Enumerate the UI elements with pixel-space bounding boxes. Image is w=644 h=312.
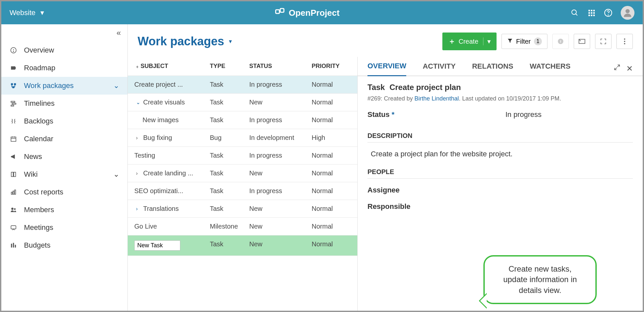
status-value[interactable]: In progress [505,110,542,119]
row-type: Task [210,81,249,88]
svg-rect-37 [11,226,16,229]
sidebar-item-news[interactable]: News [1,148,127,166]
svg-rect-34 [14,190,15,194]
wp-meta: #269: Created by Birthe Lindenthal. Last… [367,95,633,102]
col-status[interactable]: STATUS [249,63,312,70]
brand-text: OpenProject [289,8,340,18]
row-subject: Translations [143,205,179,212]
sidebar-item-wiki[interactable]: Wiki⌄ [1,166,127,183]
col-subject[interactable]: ⬨SUBJECT [128,63,210,70]
sidebar: « OverviewRoadmapWork packages⌄Timelines… [1,24,128,311]
tab-watchers[interactable]: WATCHERS [530,62,570,76]
sidebar-item-members[interactable]: Members [1,201,127,219]
responsible-field[interactable]: Responsible [367,198,633,215]
collapse-icon[interactable]: ⌄ [136,99,141,105]
table-row[interactable]: Create project ... Task In progress Norm… [128,76,357,94]
row-subject: Create project ... [134,81,183,88]
sidebar-item-label: Calendar [24,135,53,143]
svg-point-36 [14,208,16,210]
assignee-field[interactable]: Assignee [367,182,633,198]
row-priority: Normal [312,99,351,106]
svg-point-45 [624,38,625,40]
expand-icon[interactable]: › [136,206,141,212]
table-row[interactable]: ›Translations Task New Normal [128,200,357,218]
row-subject: Bug fixing [143,134,172,142]
user-avatar[interactable] [621,6,634,20]
filter-label: Filter [516,38,531,45]
row-status: New [249,169,312,177]
table-row[interactable]: Task New Normal [128,235,357,256]
main-header: Work packages ▾ ＋ Create ▾ Filter 1 i [128,24,643,57]
row-type: Task [210,240,249,251]
svg-point-18 [13,51,14,52]
project-selector[interactable]: Website ▾ [10,9,44,17]
collapse-sidebar-icon[interactable]: « [117,28,121,37]
sidebar-item-overview[interactable]: Overview [1,41,127,59]
logo-icon [275,7,285,19]
close-icon[interactable]: ✕ [626,64,633,73]
table-row[interactable]: SEO optimizati... Task In progress Norma… [128,182,357,200]
table-row[interactable]: Testing Task In progress Normal [128,147,357,165]
sidebar-item-label: Budgets [24,241,51,250]
filter-button[interactable]: Filter 1 [501,34,547,49]
description-text[interactable]: Create a project plan for the website pr… [367,146,633,168]
fullscreen-button[interactable] [595,34,611,49]
sidebar-item-meetings[interactable]: Meetings [1,219,127,236]
apps-icon[interactable] [587,9,596,17]
svg-rect-19 [11,83,13,85]
col-type[interactable]: TYPE [210,63,249,70]
sidebar-item-roadmap[interactable]: Roadmap [1,59,127,77]
search-icon[interactable] [570,9,579,17]
col-priority[interactable]: PRIORITY [312,63,351,70]
info-button[interactable]: i [552,34,569,49]
svg-point-2 [572,10,576,14]
create-label: Create [459,38,478,45]
table-row[interactable]: ⌄Create visuals Task New Normal [128,94,357,111]
sidebar-item-calendar[interactable]: Calendar [1,130,127,148]
create-button[interactable]: ＋ Create ▾ [442,33,497,50]
svg-rect-26 [12,103,16,104]
wp-subject[interactable]: Create project plan [389,83,461,92]
sidebar-item-backlogs[interactable]: Backlogs [1,112,127,130]
project-name: Website [10,9,35,17]
sidebar-item-cost-reports[interactable]: Cost reports [1,183,127,201]
expand-icon[interactable]: › [136,135,141,141]
wp-type: Task [367,83,385,92]
svg-rect-40 [15,245,16,247]
filter-count: 1 [534,37,542,45]
table-row[interactable]: ›Create landing ... Task New Normal [128,165,357,182]
tab-overview[interactable]: OVERVIEW [367,62,406,76]
table-row[interactable]: Go Live Milestone New Normal [128,218,357,235]
roadmap-icon [10,65,17,71]
svg-rect-32 [11,192,12,194]
view-settings-button[interactable] [574,34,590,49]
sidebar-item-work-packages[interactable]: Work packages⌄ [1,77,127,95]
svg-point-47 [624,43,625,44]
table-row[interactable]: New images Task In progress Normal [128,111,357,129]
sidebar-item-timelines[interactable]: Timelines [1,95,127,112]
more-button[interactable] [616,34,633,49]
row-type: Milestone [210,223,249,230]
help-icon[interactable] [604,9,612,17]
sidebar-item-budgets[interactable]: Budgets [1,236,127,254]
svg-point-14 [608,15,608,15]
tab-relations[interactable]: RELATIONS [472,62,513,76]
table-row[interactable]: ›Bug fixing Bug In development High [128,129,357,147]
row-type: Task [210,205,249,212]
svg-rect-9 [593,12,595,14]
row-status: In progress [249,116,312,124]
callout-bubble: Create new tasks, update information in … [483,255,597,304]
title-dropdown-icon[interactable]: ▾ [229,38,232,45]
new-task-input[interactable] [134,240,180,251]
sidebar-item-label: Overview [24,46,54,55]
author-link[interactable]: Birthe Lindenthal [414,95,459,102]
svg-rect-0 [276,10,279,13]
expand-icon[interactable]: › [136,170,141,176]
svg-rect-8 [591,12,592,14]
tab-activity[interactable]: ACTIVITY [423,62,455,76]
svg-rect-27 [11,105,14,106]
expand-icon[interactable] [614,64,620,73]
row-status: New [249,240,312,251]
row-subject: Go Live [134,223,157,230]
sidebar-item-label: Roadmap [24,64,55,72]
